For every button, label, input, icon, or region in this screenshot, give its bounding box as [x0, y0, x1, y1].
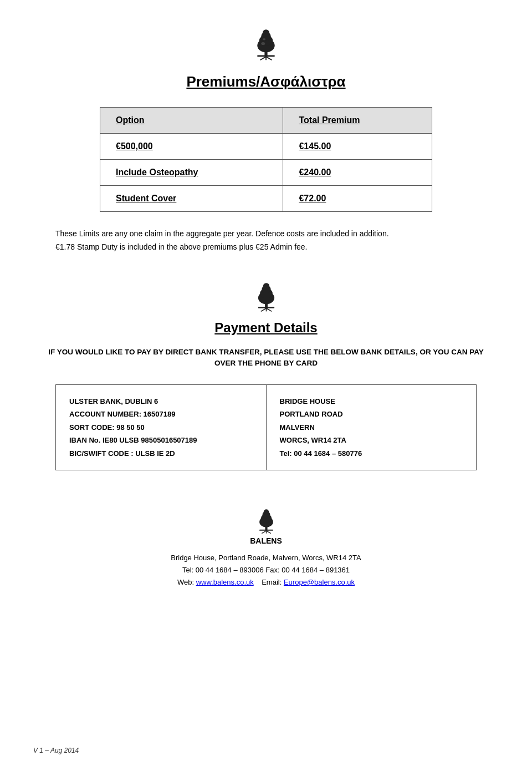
email-label: Email:	[262, 578, 282, 586]
payment-title: Payment Details	[214, 320, 317, 336]
version-tag: V 1 – Aug 2014	[33, 747, 79, 754]
svg-line-21	[262, 531, 266, 534]
table-cell-1-0: Include Osteopathy	[100, 160, 283, 186]
svg-rect-10	[257, 55, 275, 57]
footer-address: Bridge House, Portland Roade, Malvern, W…	[171, 552, 361, 564]
web-link[interactable]: www.balens.co.uk	[196, 578, 254, 586]
svg-rect-28	[259, 530, 273, 531]
note-2: €1.78 Stamp Duty is included in the abov…	[55, 241, 477, 254]
table-cell-2-1: €72.00	[283, 186, 432, 212]
web-label: Web:	[177, 578, 194, 586]
svg-line-2	[266, 57, 272, 60]
table-cell-2-0: Student Cover	[100, 186, 283, 212]
bank-right-line: BRIDGE HOUSE	[280, 395, 463, 408]
footer-tree-icon	[251, 504, 282, 534]
bank-right-line: MALVERN	[280, 421, 463, 434]
svg-line-1	[260, 57, 267, 60]
note-1: These Limits are any one claim in the ag…	[55, 227, 477, 241]
notes-section: These Limits are any one claim in the ag…	[55, 227, 477, 254]
middle-logo	[248, 276, 284, 315]
svg-point-7	[263, 29, 269, 36]
table-cell-0-0: €500,000	[100, 134, 283, 160]
bank-right-line: PORTLAND ROAD	[280, 408, 463, 420]
svg-line-12	[260, 308, 266, 311]
svg-line-13	[266, 308, 272, 311]
svg-point-9	[263, 38, 265, 40]
table-cell-1-1: €240.00	[283, 160, 432, 186]
bank-details-table: ULSTER BANK, DUBLIN 6ACCOUNT NUMBER: 165…	[55, 384, 477, 470]
payment-instruction: IF YOU WOULD LIKE TO PAY BY DIRECT BANK …	[44, 347, 488, 369]
top-logo	[247, 22, 285, 63]
svg-point-18	[263, 283, 269, 289]
bank-left-line: IBAN No. IE80 ULSB 98505016507189	[69, 434, 253, 447]
footer-tel-fax: Tel: 00 44 1684 – 893006 Fax: 00 44 1684…	[171, 564, 361, 576]
page-title: Premiums/Ασφάλιστρα	[186, 73, 345, 90]
bank-left-line: SORT CODE: 98 50 50	[69, 421, 253, 434]
svg-rect-19	[258, 307, 274, 308]
footer-company-name: BALENS	[250, 536, 282, 545]
footer-info: Bridge House, Portland Roade, Malvern, W…	[171, 552, 361, 589]
footer-logo-section: BALENS	[250, 504, 282, 547]
tree-icon-2	[248, 276, 284, 312]
bank-right-cell: BRIDGE HOUSEPORTLAND ROADMALVERNWORCS, W…	[266, 385, 477, 470]
svg-line-22	[266, 531, 270, 534]
footer-web-email: Web: www.balens.co.uk Email: Europe@bale…	[171, 576, 361, 589]
tree-icon	[247, 22, 285, 61]
bank-left-line: ULSTER BANK, DUBLIN 6	[69, 395, 253, 408]
bank-right-line: WORCS, WR14 2TA	[280, 434, 463, 447]
col-header-premium: Total Premium	[283, 108, 432, 134]
email-link[interactable]: Europe@balens.co.uk	[284, 578, 355, 586]
svg-point-8	[261, 42, 265, 45]
premiums-table: Option Total Premium €500,000€145.00Incl…	[100, 107, 432, 212]
table-cell-0-1: €145.00	[283, 134, 432, 160]
bank-left-line: BIC/SWIFT CODE : ULSB IE 2D	[69, 447, 253, 460]
col-header-option: Option	[100, 108, 283, 134]
bank-left-line: ACCOUNT NUMBER: 16507189	[69, 408, 253, 420]
bank-right-line: Tel: 00 44 1684 – 580776	[280, 447, 463, 460]
page-container: Premiums/Ασφάλιστρα Option Total Premium…	[0, 0, 532, 771]
bank-left-cell: ULSTER BANK, DUBLIN 6ACCOUNT NUMBER: 165…	[56, 385, 267, 470]
svg-point-27	[263, 509, 269, 515]
